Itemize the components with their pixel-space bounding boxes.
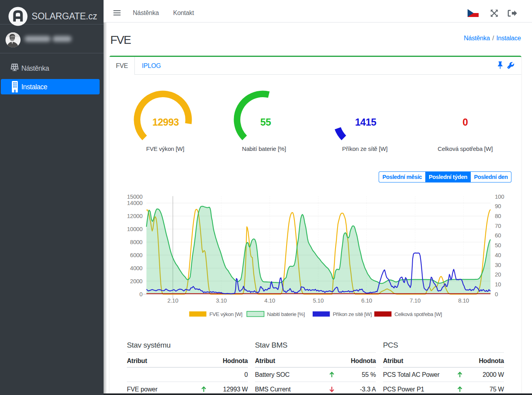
svg-text:5.10: 5.10 [313,297,324,304]
svg-text:8.10: 8.10 [458,297,469,304]
svg-text:10: 10 [495,281,501,288]
svg-text:Příkon ze sítě [W]: Příkon ze sítě [W] [333,311,372,317]
svg-text:60: 60 [495,232,501,239]
svg-text:90: 90 [495,203,501,209]
svg-text:0: 0 [140,291,143,297]
svg-text:14000: 14000 [127,200,142,206]
svg-text:Nabití baterie [%]: Nabití baterie [%] [267,311,305,317]
svg-text:7.10: 7.10 [410,297,421,304]
svg-text:Celková spotřeba [W]: Celková spotřeba [W] [394,311,442,317]
svg-text:8000: 8000 [130,239,143,245]
svg-text:12000: 12000 [127,213,142,219]
svg-text:80: 80 [495,213,501,219]
svg-text:10000: 10000 [127,226,142,232]
svg-text:6000: 6000 [130,252,143,258]
svg-text:0: 0 [495,291,498,297]
svg-text:2000: 2000 [130,278,143,284]
svg-text:50: 50 [495,242,501,248]
svg-text:6.10: 6.10 [361,297,372,304]
svg-text:3.10: 3.10 [216,297,227,304]
svg-text:100: 100 [495,194,504,200]
svg-text:FVE výkon [W]: FVE výkon [W] [209,311,242,317]
svg-text:4.10: 4.10 [264,297,275,304]
svg-text:20: 20 [495,271,501,278]
svg-text:70: 70 [495,223,501,229]
svg-text:30: 30 [495,262,501,268]
svg-text:2.10: 2.10 [168,297,179,304]
svg-text:40: 40 [495,252,501,258]
svg-text:15000: 15000 [127,194,142,200]
svg-text:4000: 4000 [130,265,143,271]
